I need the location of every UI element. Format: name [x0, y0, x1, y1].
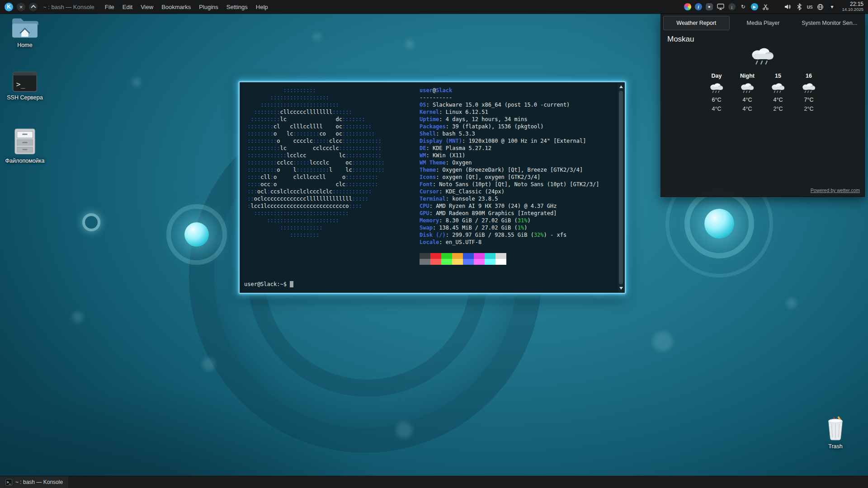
desktop-icon-label: Trash: [828, 443, 843, 450]
desktop-icon-ssh[interactable]: >_SSH Сервера: [0, 71, 50, 101]
rain-cloud-icon: [708, 82, 725, 94]
scissors-icon[interactable]: [762, 3, 770, 11]
palette-swatch: [441, 259, 452, 265]
fetch-host: Slack: [436, 87, 452, 94]
forecast-temp-day: 6°C: [712, 97, 722, 103]
system-tray: i●↓↻▶us▾: [684, 3, 836, 11]
bluetooth-icon[interactable]: [795, 3, 803, 11]
volume-icon[interactable]: [783, 3, 792, 11]
forecast-column: Day 6°C 4°C: [705, 73, 728, 112]
kde-logo-icon[interactable]: K: [5, 3, 13, 11]
rain-cloud-icon: [800, 82, 817, 94]
palette-swatch: [463, 253, 474, 259]
rain-cloud-icon: [739, 82, 756, 94]
fetch-line: Theme: Oxygen (BreezeDark) [Qt], Breeze …: [420, 166, 599, 174]
keyboard-layout-indicator[interactable]: us: [807, 3, 813, 11]
fetch-line: Packages: 39 (flatpak), 1536 (pkgtool): [420, 123, 599, 130]
terminal-cursor: [290, 281, 293, 287]
fetch-line: Shell: bash 5.3.3: [420, 130, 599, 137]
weather-widget: Weather ReportMedia PlayerSystem Monitor…: [660, 14, 865, 197]
pinwheel-icon[interactable]: [684, 3, 691, 10]
fetch-line: Icons: oxygen [Qt], oxygen [GTK2/3/4]: [420, 174, 599, 181]
palette-swatch: [485, 259, 495, 265]
forecast-temp-night: 2°C: [804, 106, 814, 112]
palette-row: [420, 253, 599, 259]
tab-weather-report[interactable]: Weather Report: [663, 16, 730, 30]
forecast-header: 15: [775, 73, 781, 79]
top-panel: K × ~ : bash — Konsole FileEditViewBookm…: [0, 0, 868, 14]
info-icon[interactable]: i: [695, 3, 702, 10]
desktop-icon-home[interactable]: Home: [0, 16, 50, 48]
forecast-temp-night: 4°C: [712, 106, 722, 112]
forecast-temp-day: 4°C: [774, 97, 783, 103]
fetch-line: Font: Noto Sans (10pt) [Qt], Noto Sans (…: [420, 181, 599, 188]
panel-right: i●↓↻▶us▾ 22:15 14.10.2025: [684, 1, 863, 12]
palette-swatch: [452, 253, 463, 259]
menu-file[interactable]: File: [101, 4, 118, 10]
ascii-art: :::::::::: :::::::::::::::::: ::::::::::…: [244, 87, 420, 265]
wallpaper-bokeh: [313, 33, 321, 41]
palette-swatch: [495, 259, 506, 265]
rain-cloud-icon: [769, 82, 787, 94]
fetch-lines: OS: Slackware 15.0 x86_64 (post 15.0 -cu…: [420, 101, 599, 246]
telegram-icon[interactable]: ▶: [751, 3, 758, 10]
menu-settings[interactable]: Settings: [222, 4, 252, 10]
widget-tabs: Weather ReportMedia PlayerSystem Monitor…: [661, 14, 864, 30]
desktop-icon-label: Файлопомойка: [5, 158, 45, 164]
palette-swatch: [430, 259, 441, 265]
scroll-down-icon[interactable]: [618, 285, 624, 291]
desktop-icon-files[interactable]: Файлопомойка: [0, 127, 50, 164]
menu-bookmarks[interactable]: Bookmarks: [157, 4, 195, 10]
menu-view[interactable]: View: [137, 4, 157, 10]
network-icon[interactable]: [816, 3, 824, 11]
palette-swatch: [495, 253, 506, 259]
wallpaper-bokeh: [203, 358, 215, 371]
weather-icon-large: [661, 46, 864, 66]
fetch-line: OS: Slackware 15.0 x86_64 (post 15.0 -cu…: [420, 101, 599, 108]
taskbar-item-label: ~ : bash — Konsole: [15, 479, 63, 485]
wallpaper-ring: [684, 189, 754, 258]
forecast-header: Night: [740, 73, 755, 79]
monitor-icon[interactable]: [717, 3, 725, 11]
fetch-info: user@Slack ---------- OS: Slackware 15.0…: [420, 87, 599, 265]
wallpaper-bokeh: [405, 40, 414, 49]
fetch-line: Kernel: Linux 6.12.51: [420, 108, 599, 116]
palette-swatch: [441, 253, 452, 259]
desktop-icon-label: SSH Сервера: [7, 94, 42, 101]
chevron-up-icon[interactable]: [29, 3, 38, 11]
terminal-content[interactable]: :::::::::: :::::::::::::::::: ::::::::::…: [240, 82, 618, 293]
menu-plugins[interactable]: Plugins: [195, 4, 222, 10]
desktop-icon-trash[interactable]: Trash: [811, 415, 860, 450]
color-palette: [420, 253, 599, 265]
tab-media-player[interactable]: Media Player: [731, 16, 796, 30]
fetch-line: Disk (/): 299.97 GiB / 928.55 GiB (32%) …: [420, 231, 599, 239]
fetch-separator: ----------: [420, 94, 599, 101]
close-icon[interactable]: ×: [17, 3, 25, 11]
chevron-down-icon[interactable]: ▾: [828, 3, 836, 11]
fetch-line: Locale: en_US.UTF-8: [420, 239, 599, 246]
forecast-header: Day: [712, 73, 722, 79]
sync-icon[interactable]: ↻: [739, 3, 747, 11]
wallpaper-sphere: [184, 222, 209, 247]
discord-icon[interactable]: ●: [706, 3, 713, 10]
download-icon[interactable]: ↓: [728, 3, 736, 10]
tab-system-monitor-sen[interactable]: System Monitor Sen...: [797, 16, 862, 30]
clock[interactable]: 22:15 14.10.2025: [842, 1, 863, 12]
menu-edit[interactable]: Edit: [118, 4, 137, 10]
fetch-line: WM: KWin (X11): [420, 152, 599, 159]
fetch-line: GPU: AMD Radeon 890M Graphics [Integrate…: [420, 210, 599, 217]
forecast-temp-night: 4°C: [743, 106, 752, 112]
konsole-window[interactable]: :::::::::: :::::::::::::::::: ::::::::::…: [239, 81, 626, 294]
menu-help[interactable]: Help: [252, 4, 272, 10]
weather-provider-link[interactable]: Powered by wetter.com: [811, 188, 860, 193]
forecast-column: 16 7°C 2°C: [797, 73, 821, 112]
terminal-scrollbar[interactable]: [618, 83, 624, 292]
palette-swatch: [474, 253, 485, 259]
fetch-line: CPU: AMD Ryzen AI 9 HX 370 (24) @ 4.37 G…: [420, 202, 599, 210]
taskbar-item-konsole[interactable]: >_ ~ : bash — Konsole: [0, 476, 68, 488]
scroll-up-icon[interactable]: [618, 84, 624, 90]
scrollbar-thumb[interactable]: [619, 91, 623, 284]
fetch-line: Uptime: 4 days, 12 hours, 34 mins: [420, 116, 599, 123]
wallpaper-ring: [166, 204, 227, 265]
palette-swatch: [463, 259, 474, 265]
